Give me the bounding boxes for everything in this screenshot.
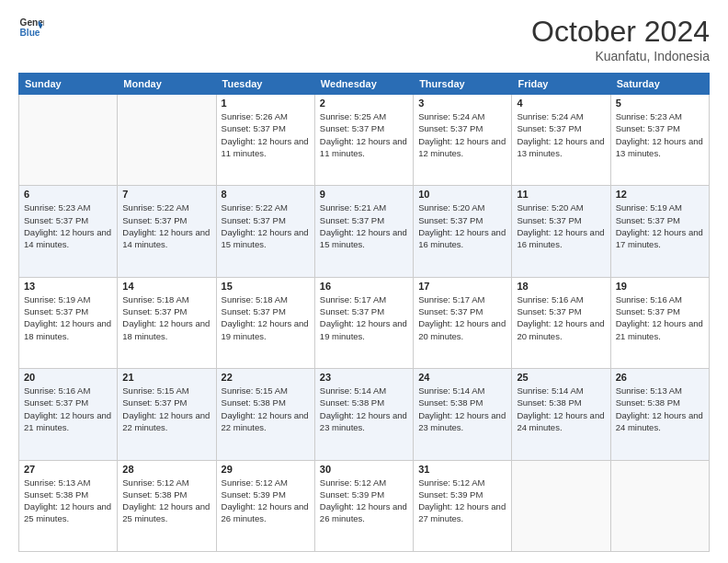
day-info: Sunrise: 5:26 AM Sunset: 5:37 PM Dayligh… [222, 110, 310, 159]
day-info: Sunrise: 5:18 AM Sunset: 5:37 PM Dayligh… [122, 293, 210, 342]
calendar-week-2: 6Sunrise: 5:23 AM Sunset: 5:37 PM Daylig… [19, 186, 710, 277]
col-saturday: Saturday [610, 74, 709, 95]
calendar-cell [19, 95, 118, 186]
day-info: Sunrise: 5:19 AM Sunset: 5:37 PM Dayligh… [616, 201, 704, 250]
day-number: 26 [616, 372, 704, 383]
col-monday: Monday [118, 74, 216, 95]
calendar-week-1: 1Sunrise: 5:26 AM Sunset: 5:37 PM Daylig… [19, 95, 710, 186]
day-info: Sunrise: 5:22 AM Sunset: 5:37 PM Dayligh… [222, 201, 310, 250]
day-number: 12 [616, 189, 704, 200]
day-number: 27 [24, 464, 112, 475]
calendar-cell: 9Sunrise: 5:21 AM Sunset: 5:37 PM Daylig… [314, 186, 413, 277]
day-info: Sunrise: 5:23 AM Sunset: 5:37 PM Dayligh… [24, 201, 112, 250]
calendar-cell: 23Sunrise: 5:14 AM Sunset: 5:38 PM Dayli… [314, 369, 413, 460]
header: General Blue October 2024 Kuanfatu, Indo… [18, 15, 710, 63]
day-info: Sunrise: 5:15 AM Sunset: 5:37 PM Dayligh… [122, 385, 210, 433]
calendar-header-row: Sunday Monday Tuesday Wednesday Thursday… [19, 74, 710, 95]
day-number: 14 [122, 281, 210, 292]
calendar-cell: 30Sunrise: 5:12 AM Sunset: 5:39 PM Dayli… [314, 460, 413, 551]
day-number: 16 [320, 281, 408, 292]
day-info: Sunrise: 5:20 AM Sunset: 5:37 PM Dayligh… [517, 201, 605, 250]
day-number: 29 [222, 464, 310, 475]
calendar-cell [512, 460, 610, 551]
day-info: Sunrise: 5:15 AM Sunset: 5:38 PM Dayligh… [222, 385, 310, 433]
day-info: Sunrise: 5:19 AM Sunset: 5:37 PM Dayligh… [24, 293, 112, 342]
day-number: 11 [517, 189, 605, 200]
col-friday: Friday [512, 74, 610, 95]
day-info: Sunrise: 5:17 AM Sunset: 5:37 PM Dayligh… [418, 293, 506, 342]
day-info: Sunrise: 5:12 AM Sunset: 5:38 PM Dayligh… [122, 477, 210, 525]
calendar-cell: 18Sunrise: 5:16 AM Sunset: 5:37 PM Dayli… [512, 277, 610, 368]
calendar-cell: 26Sunrise: 5:13 AM Sunset: 5:38 PM Dayli… [610, 369, 709, 460]
calendar-week-4: 20Sunrise: 5:16 AM Sunset: 5:37 PM Dayli… [19, 369, 710, 460]
day-info: Sunrise: 5:17 AM Sunset: 5:37 PM Dayligh… [320, 293, 408, 342]
day-info: Sunrise: 5:23 AM Sunset: 5:37 PM Dayligh… [616, 110, 704, 159]
col-tuesday: Tuesday [216, 74, 314, 95]
day-number: 15 [222, 281, 310, 292]
day-number: 30 [320, 464, 408, 475]
month-title: October 2024 [531, 15, 710, 49]
day-info: Sunrise: 5:13 AM Sunset: 5:38 PM Dayligh… [24, 477, 112, 525]
day-number: 24 [418, 372, 506, 383]
page: General Blue October 2024 Kuanfatu, Indo… [0, 0, 728, 563]
calendar-cell [118, 95, 216, 186]
day-number: 17 [418, 281, 506, 292]
day-number: 22 [222, 372, 310, 383]
day-number: 9 [320, 189, 408, 200]
calendar-cell: 15Sunrise: 5:18 AM Sunset: 5:37 PM Dayli… [216, 277, 314, 368]
svg-text:Blue: Blue [20, 28, 40, 38]
day-info: Sunrise: 5:14 AM Sunset: 5:38 PM Dayligh… [517, 385, 605, 433]
calendar-cell: 8Sunrise: 5:22 AM Sunset: 5:37 PM Daylig… [216, 186, 314, 277]
col-thursday: Thursday [414, 74, 512, 95]
calendar-cell: 7Sunrise: 5:22 AM Sunset: 5:37 PM Daylig… [118, 186, 216, 277]
calendar-cell [610, 460, 709, 551]
day-info: Sunrise: 5:12 AM Sunset: 5:39 PM Dayligh… [320, 477, 408, 525]
calendar-cell: 6Sunrise: 5:23 AM Sunset: 5:37 PM Daylig… [19, 186, 118, 277]
day-info: Sunrise: 5:16 AM Sunset: 5:37 PM Dayligh… [24, 385, 112, 433]
logo-icon: General Blue [18, 15, 44, 40]
calendar-cell: 4Sunrise: 5:24 AM Sunset: 5:37 PM Daylig… [512, 95, 610, 186]
calendar-cell: 22Sunrise: 5:15 AM Sunset: 5:38 PM Dayli… [216, 369, 314, 460]
day-info: Sunrise: 5:20 AM Sunset: 5:37 PM Dayligh… [418, 201, 506, 250]
calendar-cell: 19Sunrise: 5:16 AM Sunset: 5:37 PM Dayli… [610, 277, 709, 368]
day-info: Sunrise: 5:21 AM Sunset: 5:37 PM Dayligh… [320, 201, 408, 250]
calendar-cell: 28Sunrise: 5:12 AM Sunset: 5:38 PM Dayli… [118, 460, 216, 551]
calendar-cell: 13Sunrise: 5:19 AM Sunset: 5:37 PM Dayli… [19, 277, 118, 368]
calendar-cell: 5Sunrise: 5:23 AM Sunset: 5:37 PM Daylig… [610, 95, 709, 186]
calendar-cell: 1Sunrise: 5:26 AM Sunset: 5:37 PM Daylig… [216, 95, 314, 186]
calendar-cell: 21Sunrise: 5:15 AM Sunset: 5:37 PM Dayli… [118, 369, 216, 460]
day-info: Sunrise: 5:18 AM Sunset: 5:37 PM Dayligh… [222, 293, 310, 342]
logo: General Blue [18, 15, 44, 40]
day-info: Sunrise: 5:14 AM Sunset: 5:38 PM Dayligh… [418, 385, 506, 433]
day-number: 5 [616, 98, 704, 109]
day-info: Sunrise: 5:25 AM Sunset: 5:37 PM Dayligh… [320, 110, 408, 159]
calendar-cell: 24Sunrise: 5:14 AM Sunset: 5:38 PM Dayli… [414, 369, 512, 460]
day-info: Sunrise: 5:24 AM Sunset: 5:37 PM Dayligh… [517, 110, 605, 159]
calendar-week-5: 27Sunrise: 5:13 AM Sunset: 5:38 PM Dayli… [19, 460, 710, 551]
day-number: 21 [122, 372, 210, 383]
day-info: Sunrise: 5:16 AM Sunset: 5:37 PM Dayligh… [517, 293, 605, 342]
day-number: 6 [24, 189, 112, 200]
day-number: 10 [418, 189, 506, 200]
day-number: 28 [122, 464, 210, 475]
calendar-cell: 3Sunrise: 5:24 AM Sunset: 5:37 PM Daylig… [414, 95, 512, 186]
day-number: 13 [24, 281, 112, 292]
calendar-cell: 11Sunrise: 5:20 AM Sunset: 5:37 PM Dayli… [512, 186, 610, 277]
day-info: Sunrise: 5:12 AM Sunset: 5:39 PM Dayligh… [418, 477, 506, 525]
day-info: Sunrise: 5:22 AM Sunset: 5:37 PM Dayligh… [122, 201, 210, 250]
calendar-cell: 16Sunrise: 5:17 AM Sunset: 5:37 PM Dayli… [314, 277, 413, 368]
calendar-cell: 29Sunrise: 5:12 AM Sunset: 5:39 PM Dayli… [216, 460, 314, 551]
calendar-cell: 12Sunrise: 5:19 AM Sunset: 5:37 PM Dayli… [610, 186, 709, 277]
day-number: 19 [616, 281, 704, 292]
day-number: 2 [320, 98, 408, 109]
day-number: 18 [517, 281, 605, 292]
calendar-cell: 25Sunrise: 5:14 AM Sunset: 5:38 PM Dayli… [512, 369, 610, 460]
calendar-cell: 17Sunrise: 5:17 AM Sunset: 5:37 PM Dayli… [414, 277, 512, 368]
day-number: 4 [517, 98, 605, 109]
calendar-week-3: 13Sunrise: 5:19 AM Sunset: 5:37 PM Dayli… [19, 277, 710, 368]
day-number: 23 [320, 372, 408, 383]
day-number: 20 [24, 372, 112, 383]
day-number: 1 [222, 98, 310, 109]
day-info: Sunrise: 5:12 AM Sunset: 5:39 PM Dayligh… [222, 477, 310, 525]
title-block: October 2024 Kuanfatu, Indonesia [531, 15, 710, 63]
